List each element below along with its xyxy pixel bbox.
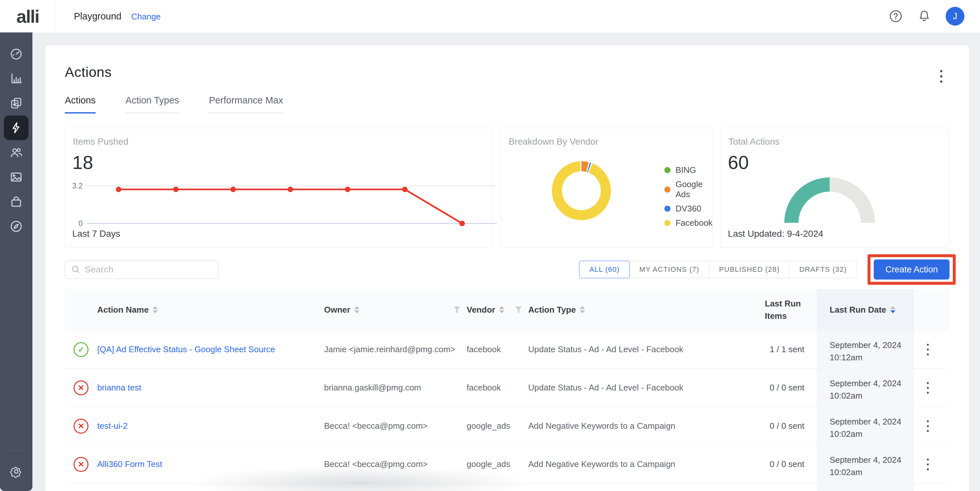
table-row-partial: September 3, 2024 bbox=[65, 483, 950, 491]
sidebar-divider bbox=[8, 450, 25, 451]
create-action-button[interactable]: Create Action bbox=[874, 260, 950, 279]
filter-drafts[interactable]: DRAFTS (32) bbox=[789, 261, 856, 278]
action-name-link[interactable]: [QA] Ad Effective Status - Google Sheet … bbox=[97, 344, 275, 354]
row-items-cell: 0 / 0 sent bbox=[765, 445, 817, 483]
items-pushed-value: 18 bbox=[72, 151, 93, 173]
sidebar-item-dashboard[interactable] bbox=[4, 41, 29, 66]
vendor-column-header[interactable]: Vendor bbox=[467, 289, 528, 330]
status-error-icon: ✕ bbox=[73, 380, 89, 395]
last-run-date-column-header[interactable]: Last Run Date bbox=[817, 289, 914, 330]
row-items-cell: 0 / 0 sent bbox=[765, 407, 817, 445]
sidebar-item-discover[interactable] bbox=[4, 214, 29, 239]
row-items-cell: 0 / 0 sent bbox=[765, 369, 817, 407]
tab-bar: Actions Action Types Performance Max bbox=[65, 95, 950, 113]
svg-text:0: 0 bbox=[78, 219, 83, 228]
image-icon bbox=[10, 170, 23, 184]
action-name-link[interactable]: brianna test bbox=[97, 383, 141, 393]
search-input[interactable] bbox=[84, 264, 212, 275]
toolbar-right: ALL (60) MY ACTIONS (7) PUBLISHED (28) D… bbox=[579, 260, 950, 279]
legend-label-bing: BING bbox=[675, 165, 696, 175]
speedometer-icon bbox=[10, 47, 23, 61]
panel-menu-button[interactable] bbox=[940, 70, 942, 83]
row-type-cell: Add Negative Keywords to a Campaign bbox=[528, 407, 765, 445]
legend-label-facebook: Facebook bbox=[675, 218, 712, 228]
sidebar-item-settings[interactable] bbox=[4, 459, 29, 484]
table-row: ✕ brianna test brianna.gaskill@pmg.com f… bbox=[65, 368, 950, 407]
row-menu-button[interactable] bbox=[914, 369, 950, 407]
legend-dot-facebook bbox=[664, 220, 670, 226]
help-icon[interactable] bbox=[889, 9, 903, 23]
legend-item-google-ads: Google Ads bbox=[664, 179, 712, 199]
compass-icon bbox=[10, 220, 23, 233]
row-vendor-cell: facebook bbox=[467, 330, 528, 368]
sidebar-item-audiences[interactable] bbox=[4, 140, 29, 165]
tab-action-types[interactable]: Action Types bbox=[126, 95, 179, 113]
sort-icon[interactable] bbox=[580, 306, 585, 313]
total-actions-title: Total Actions bbox=[729, 137, 780, 147]
total-actions-value: 60 bbox=[728, 151, 749, 173]
filter-all[interactable]: ALL (60) bbox=[579, 261, 629, 278]
action-name-link[interactable]: Alli360 Form Test bbox=[97, 459, 162, 469]
tab-actions[interactable]: Actions bbox=[65, 95, 95, 113]
table-row: ✓ [QA] Ad Effective Status - Google Shee… bbox=[65, 330, 950, 368]
gear-icon bbox=[10, 465, 23, 478]
sort-icon[interactable] bbox=[354, 306, 360, 313]
sort-desc-icon[interactable] bbox=[890, 306, 896, 313]
panel-header: Actions bbox=[65, 45, 950, 80]
alli-logo[interactable]: alli bbox=[16, 6, 39, 27]
row-vendor-cell: google_ads bbox=[467, 445, 528, 483]
svg-text:3.2: 3.2 bbox=[72, 182, 83, 190]
row-menu-column-header bbox=[914, 289, 950, 330]
row-type-cell: Update Status - Ad - Ad Level - Facebook bbox=[528, 330, 765, 368]
row-menu-button[interactable] bbox=[914, 407, 950, 445]
action-name-link[interactable]: test-ui-2 bbox=[97, 421, 128, 431]
sort-icon[interactable] bbox=[499, 306, 504, 313]
owner-column-header[interactable]: Owner bbox=[324, 289, 467, 330]
row-status-cell: ✕ bbox=[65, 369, 97, 407]
row-status-cell: ✕ bbox=[65, 445, 97, 483]
top-header: alli Playground Change J bbox=[0, 0, 980, 32]
row-date-cell: September 4, 2024 10:12am bbox=[817, 330, 914, 368]
change-workspace-link[interactable]: Change bbox=[131, 12, 161, 22]
row-owner-cell: Becca! <becca@pmg.com> bbox=[324, 445, 467, 483]
bar-chart-icon bbox=[10, 72, 23, 85]
sidebar-item-shopping[interactable] bbox=[4, 190, 29, 214]
items-pushed-line-chart: 3.20 bbox=[68, 180, 500, 232]
sidebar-item-actions[interactable] bbox=[4, 115, 29, 140]
user-avatar[interactable]: J bbox=[946, 7, 964, 26]
row-menu-button[interactable] bbox=[914, 445, 950, 483]
sort-icon[interactable] bbox=[153, 306, 158, 313]
legend-label-google-ads: Google Ads bbox=[675, 179, 712, 199]
filter-published[interactable]: PUBLISHED (28) bbox=[709, 261, 790, 278]
filter-my-actions[interactable]: MY ACTIONS (7) bbox=[629, 261, 710, 278]
notifications-bell-icon[interactable] bbox=[917, 9, 931, 23]
row-name-cell: brianna test bbox=[97, 369, 324, 407]
main-content: Actions Actions Action Types Performance… bbox=[32, 32, 980, 491]
row-name-cell: test-ui-2 bbox=[97, 407, 324, 445]
row-date-cell: September 3, 2024 bbox=[817, 483, 914, 491]
action-type-column-header[interactable]: Action Type bbox=[528, 289, 765, 330]
row-items-cell: 1 / 1 sent bbox=[765, 330, 817, 368]
row-menu-button[interactable] bbox=[914, 330, 950, 368]
users-icon bbox=[10, 146, 23, 159]
search-icon bbox=[71, 265, 81, 274]
shopping-bag-icon bbox=[10, 195, 23, 209]
row-owner-cell: brianna.gaskill@pmg.com bbox=[324, 369, 467, 407]
filter-funnel-icon[interactable] bbox=[515, 306, 522, 313]
legend-dot-google-ads bbox=[664, 187, 670, 193]
create-action-wrap: Create Action bbox=[874, 260, 950, 279]
vendor-donut-chart bbox=[552, 161, 611, 220]
row-name-cell: Alli360 Form Test bbox=[97, 445, 324, 483]
items-pushed-card: Items Pushed 18 3.20 Last 7 Days bbox=[65, 128, 493, 248]
tab-performance-max[interactable]: Performance Max bbox=[209, 95, 283, 113]
sidebar-item-analytics[interactable] bbox=[4, 66, 29, 91]
sidebar-item-tasks[interactable] bbox=[4, 91, 29, 115]
filter-funnel-icon[interactable] bbox=[454, 306, 460, 313]
sidebar-item-media[interactable] bbox=[4, 165, 29, 190]
action-name-column-header[interactable]: Action Name bbox=[97, 289, 324, 330]
row-type-cell: Update Status - Ad - Ad Level - Facebook bbox=[528, 369, 765, 407]
status-error-icon: ✕ bbox=[73, 419, 89, 434]
avatar-initial: J bbox=[953, 11, 957, 21]
actions-table: Action Name Owner Vendor bbox=[65, 289, 950, 491]
row-owner-cell: Becca! <becca@pmg.com> bbox=[324, 407, 467, 445]
